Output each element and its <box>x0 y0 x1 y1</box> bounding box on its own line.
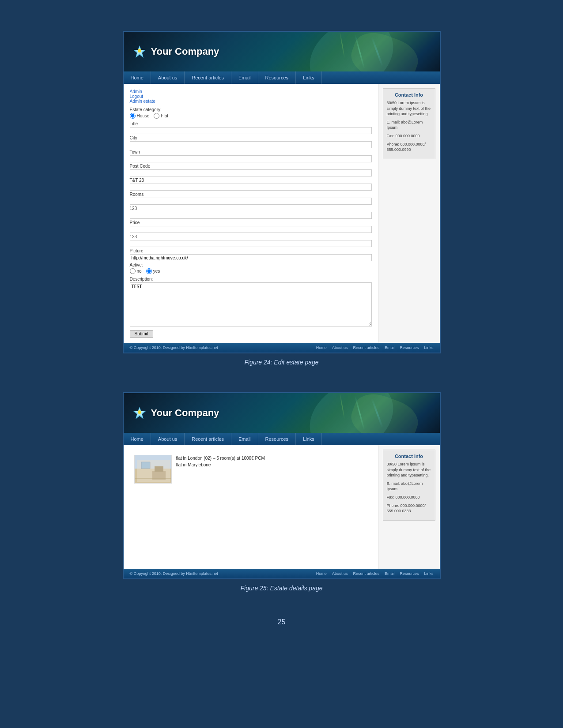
estate-photo-svg <box>135 455 172 484</box>
site-nav-2[interactable]: Home About us Recent articles Email Reso… <box>124 433 440 445</box>
footer-email-2[interactable]: Email <box>385 571 395 576</box>
breadcrumb-admin[interactable]: Admin <box>130 89 142 94</box>
field-price: Price <box>130 220 372 234</box>
contact-title-1: Contact Info <box>387 92 431 98</box>
nav-about-2[interactable]: About us <box>151 433 185 445</box>
field-title: Title <box>130 121 372 135</box>
field-123b-input[interactable] <box>130 240 372 247</box>
field-city: City <box>130 135 372 150</box>
figure-24-container: Your Company Home About us Recent articl… <box>83 31 480 366</box>
sidebar-col-2: Contact Info 30/50 Lorem ipsum is simply… <box>378 445 440 569</box>
active-no-radio[interactable] <box>130 268 136 274</box>
field-city-label: City <box>130 135 372 140</box>
contact-phone-1: Phone: 000.000.0000/ 555.000.0990 <box>387 142 431 153</box>
description-label: Description: <box>130 277 372 281</box>
field-rooms-label: Rooms <box>130 192 372 197</box>
field-picture-input[interactable] <box>130 254 372 261</box>
active-section: Active: no yes <box>130 263 372 274</box>
site-title-2: Your Company <box>151 407 219 419</box>
footer-about-1[interactable]: About us <box>332 345 348 350</box>
field-price-input[interactable] <box>130 226 372 233</box>
field-picture: Picture <box>130 248 372 263</box>
nav-recent-2[interactable]: Recent articles <box>185 433 231 445</box>
active-yes-radio[interactable] <box>146 268 152 274</box>
field-town-input[interactable] <box>130 155 372 162</box>
footer-email-1[interactable]: Email <box>385 345 395 350</box>
field-123b-label: 123 <box>130 234 372 239</box>
footer-recent-2[interactable]: Recent articles <box>353 571 379 576</box>
field-postcode-input[interactable] <box>130 169 372 176</box>
footer-nav-2: Home About us Recent articles Email Reso… <box>316 571 434 576</box>
footer-copyright-2: © Copyright 2010. Designed by Htmltempla… <box>130 571 218 576</box>
nav-home-2[interactable]: Home <box>124 433 151 445</box>
footer-copyright-1: © Copyright 2010. Designed by Htmltempla… <box>130 345 218 350</box>
contact-body-2: 30/50 Lorem ipsum is simply dummy text o… <box>387 462 431 478</box>
footer-about-2[interactable]: About us <box>332 571 348 576</box>
main-col-1: Admin Logout Admin estate Estate categor… <box>124 84 378 343</box>
breadcrumb-logout[interactable]: Logout <box>130 94 144 99</box>
footer-resources-2[interactable]: Resources <box>400 571 419 576</box>
site-footer-2: © Copyright 2010. Designed by Htmltempla… <box>124 569 440 578</box>
footer-resources-1[interactable]: Resources <box>400 345 419 350</box>
figure-24-caption: Figure 24: Edit estate page <box>244 359 318 366</box>
footer-recent-1[interactable]: Recent articles <box>353 345 379 350</box>
field-picture-label: Picture <box>130 248 372 253</box>
sidebar-col-1: Contact Info 30/50 Lorem ipsum is simply… <box>378 84 440 343</box>
site-nav-1[interactable]: Home About us Recent articles Email Reso… <box>124 71 440 84</box>
nav-home-1[interactable]: Home <box>124 71 151 84</box>
contact-body-1: 30/50 Lorem ipsum is simply dummy text o… <box>387 100 431 117</box>
contact-box-2: Contact Info 30/50 Lorem ipsum is simply… <box>383 450 435 521</box>
description-section: Description: TEST <box>130 277 372 330</box>
nav-resources-2[interactable]: Resources <box>258 433 296 445</box>
site-header-1: Your Company <box>124 32 440 71</box>
field-city-input[interactable] <box>130 141 372 148</box>
contact-email-2: E. mail: abc@Lorem Ipsum <box>387 481 431 492</box>
field-tt: T&T 23 <box>130 178 372 192</box>
estate-desc-line2: flat in Marylebone <box>176 462 265 468</box>
field-price-label: Price <box>130 220 372 225</box>
category-radio-group: House Flat <box>130 113 372 119</box>
footer-links-1[interactable]: Links <box>424 345 433 350</box>
site-header-2: Your Company <box>124 393 440 433</box>
nav-email-1[interactable]: Email <box>231 71 258 84</box>
footer-links-2[interactable]: Links <box>424 571 433 576</box>
field-123b: 123 <box>130 234 372 248</box>
nav-links-1[interactable]: Links <box>296 71 322 84</box>
svg-point-7 <box>138 410 141 414</box>
active-radio-group: no yes <box>130 268 372 274</box>
nav-email-2[interactable]: Email <box>231 433 258 445</box>
active-label: Active: <box>130 263 372 267</box>
site-content-1: Admin Logout Admin estate Estate categor… <box>124 84 440 343</box>
active-no-label: no <box>130 268 142 274</box>
nav-resources-1[interactable]: Resources <box>258 71 296 84</box>
category-flat-radio[interactable] <box>154 113 159 119</box>
field-rooms-input[interactable] <box>130 198 372 205</box>
figure-25-caption: Figure 25: Estate details page <box>240 585 322 592</box>
field-title-input[interactable] <box>130 127 372 134</box>
category-label: Estate category: <box>130 107 372 112</box>
field-town: Town <box>130 150 372 164</box>
footer-nav-1: Home About us Recent articles Email Reso… <box>316 345 434 350</box>
site-footer-1: © Copyright 2010. Designed by Htmltempla… <box>124 343 440 353</box>
footer-home-1[interactable]: Home <box>316 345 327 350</box>
contact-box-1: Contact Info 30/50 Lorem ipsum is simply… <box>383 88 435 159</box>
category-house-radio[interactable] <box>130 113 136 119</box>
nav-links-2[interactable]: Links <box>296 433 322 445</box>
website-frame-1: Your Company Home About us Recent articl… <box>123 31 441 353</box>
field-tt-label: T&T 23 <box>130 178 372 183</box>
nav-about-1[interactable]: About us <box>151 71 185 84</box>
estate-desc: flat in London (02) – 5 room(s) at 1000€… <box>176 455 265 468</box>
contact-fax-2: Fax: 000.000.0000 <box>387 495 431 500</box>
breadcrumb-admin-estate[interactable]: Admin estate <box>130 99 155 104</box>
nav-recent-1[interactable]: Recent articles <box>185 71 231 84</box>
breadcrumb-1: Admin Logout Admin estate <box>130 89 372 104</box>
estate-image <box>134 455 172 484</box>
logo-area-1: Your Company <box>132 45 219 59</box>
submit-button[interactable]: Submit <box>130 330 153 338</box>
field-123a-input[interactable] <box>130 212 372 219</box>
field-123a-label: 123 <box>130 206 372 211</box>
description-textarea[interactable]: TEST <box>130 282 372 326</box>
field-tt-input[interactable] <box>130 184 372 191</box>
footer-home-2[interactable]: Home <box>316 571 327 576</box>
svg-rect-11 <box>141 462 150 469</box>
